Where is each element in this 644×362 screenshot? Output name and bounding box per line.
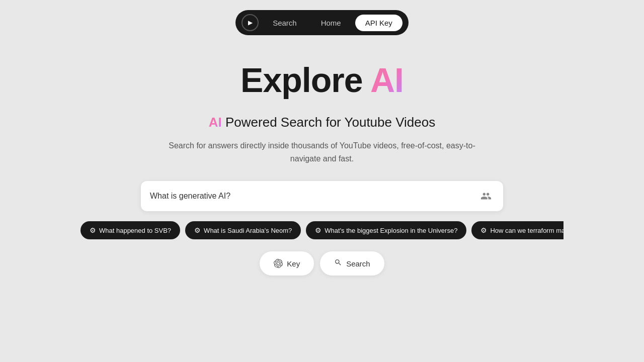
openai-icon [274, 259, 283, 268]
chip-icon-0: ⚙ [90, 226, 96, 234]
chip-label-0: What happened to SVB? [99, 227, 171, 234]
nav-search[interactable]: Search [263, 15, 307, 31]
hero-section: Explore AI AI Powered Search for Youtube… [161, 60, 483, 165]
search-input[interactable] [150, 192, 478, 201]
chip-mars[interactable]: ⚙ How can we terraform mars? [471, 221, 564, 239]
chip-label-3: How can we terraform mars? [490, 227, 564, 234]
key-button[interactable]: Key [260, 251, 314, 276]
hero-title: Explore AI [240, 60, 404, 100]
hero-subtitle-ai: AI [209, 115, 222, 130]
chip-icon-3: ⚙ [480, 226, 487, 234]
chip-explosion[interactable]: ⚙ What's the biggest Explosion in the Un… [306, 221, 466, 239]
play-icon: ▶ [248, 19, 253, 26]
nav-play-button[interactable]: ▶ [242, 14, 259, 31]
chips-container: ⚙ What happened to SVB? ⚙ What is Saudi … [80, 221, 564, 239]
hero-subtitle: AI Powered Search for Youtube Videos [209, 115, 436, 130]
chip-label-1: What is Saudi Arabia's Neom? [204, 227, 292, 234]
nav-api-key[interactable]: API Key [355, 15, 403, 31]
hero-subtitle-text: Powered Search for Youtube Videos [222, 115, 436, 130]
users-icon[interactable] [478, 188, 494, 204]
chip-icon-2: ⚙ [315, 226, 321, 234]
navbar: ▶ Search Home API Key [235, 10, 409, 35]
search-bar [141, 181, 503, 211]
hero-description: Search for answers directly inside thous… [161, 139, 483, 165]
chip-neom[interactable]: ⚙ What is Saudi Arabia's Neom? [185, 221, 301, 239]
nav-home[interactable]: Home [311, 15, 351, 31]
key-button-label: Key [287, 259, 300, 268]
hero-title-ai: AI [370, 61, 404, 99]
search-button[interactable]: Search [320, 251, 384, 276]
chip-label-2: What's the biggest Explosion in the Univ… [325, 227, 457, 234]
chip-svb[interactable]: ⚙ What happened to SVB? [80, 221, 180, 239]
search-icon [334, 258, 342, 268]
chip-icon-1: ⚙ [194, 226, 201, 234]
bottom-buttons: Key Search [260, 251, 384, 276]
search-button-label: Search [346, 259, 370, 268]
hero-title-prefix: Explore [240, 61, 370, 99]
